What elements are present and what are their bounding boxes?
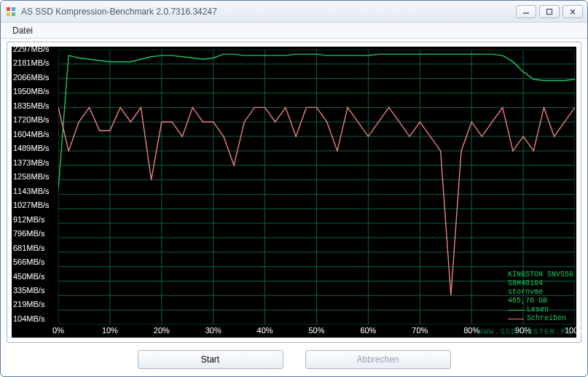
y-tick-label: 1373MB/s [13, 159, 50, 167]
chart-frame: 2297MB/s2181MB/s2066MB/s1950MB/s1835MB/s… [7, 42, 581, 343]
series-schreiben [58, 107, 575, 295]
x-tick-label: 0% [52, 326, 64, 335]
y-tick-label: 2297MB/s [13, 45, 50, 53]
x-tick-label: 20% [154, 326, 170, 335]
y-tick-label: 1143MB/s [13, 187, 50, 195]
x-tick-label: 10% [102, 326, 118, 335]
app-icon [5, 6, 17, 18]
menu-file[interactable]: Datei [7, 24, 39, 37]
legend-serial: S8H40104 [508, 279, 573, 288]
legend-read-label: Lesen [527, 306, 549, 314]
menubar: Datei [1, 23, 587, 39]
content-area: 2297MB/s2181MB/s2066MB/s1950MB/s1835MB/s… [1, 39, 587, 376]
titlebar: AS SSD Kompression-Benchmark 2.0.7316.34… [1, 1, 587, 23]
y-tick-label: 104MB/s [13, 315, 44, 323]
plot-area [58, 50, 575, 324]
x-tick-label: 30% [205, 326, 222, 335]
legend-read-swatch [508, 310, 524, 311]
y-tick-label: 1604MB/s [13, 131, 50, 139]
x-tick-label: 70% [412, 326, 428, 335]
app-window: AS SSD Kompression-Benchmark 2.0.7316.34… [0, 0, 588, 377]
y-tick-label: 450MB/s [13, 273, 44, 281]
y-tick-label: 796MB/s [13, 230, 44, 238]
y-tick-label: 2066MB/s [13, 74, 50, 82]
y-tick-label: 219MB/s [13, 300, 44, 308]
svg-rect-5 [547, 9, 552, 14]
y-tick-label: 681MB/s [13, 244, 44, 252]
x-tick-label: 40% [257, 326, 273, 335]
svg-rect-3 [12, 12, 15, 16]
svg-rect-0 [7, 7, 10, 11]
y-tick-label: 1489MB/s [13, 144, 50, 152]
y-tick-label: 1835MB/s [13, 102, 50, 110]
legend-read-row: Lesen [508, 306, 573, 314]
y-tick-label: 1950MB/s [13, 88, 50, 96]
legend-write-swatch [508, 319, 524, 319]
legend: KINGSTON SNVS50 S8H40104 stornvme 465,76… [508, 271, 573, 323]
legend-model: KINGSTON SNVS50 [508, 271, 573, 279]
y-tick-label: 335MB/s [13, 287, 44, 295]
legend-write-label: Schreiben [527, 314, 566, 323]
x-tick-label: 60% [360, 326, 376, 335]
y-tick-label: 2181MB/s [13, 59, 50, 67]
y-tick-label: 912MB/s [13, 216, 44, 224]
y-tick-label: 1720MB/s [13, 116, 50, 124]
legend-driver: stornvme [508, 288, 573, 297]
legend-capacity: 465,76 GB [508, 297, 573, 306]
x-tick-label: 50% [308, 326, 324, 335]
button-row: Start Abbrechen [7, 343, 581, 372]
window-title: AS SSD Kompression-Benchmark 2.0.7316.34… [21, 7, 516, 17]
y-tick-label: 1258MB/s [13, 173, 50, 181]
svg-rect-2 [7, 12, 10, 16]
y-tick-label: 1027MB/s [13, 201, 50, 209]
svg-rect-1 [12, 7, 15, 11]
minimize-button[interactable] [516, 5, 536, 18]
maximize-button[interactable] [539, 5, 560, 18]
chart: 2297MB/s2181MB/s2066MB/s1950MB/s1835MB/s… [12, 47, 576, 338]
legend-write-row: Schreiben [508, 314, 573, 323]
cancel-button[interactable]: Abbrechen [305, 350, 451, 369]
series-lesen [58, 54, 575, 190]
chart-lines [58, 50, 575, 324]
start-button[interactable]: Start [138, 350, 283, 369]
close-button[interactable] [562, 5, 583, 18]
watermark: WWW.SSD-TESTER.PL [478, 327, 572, 336]
y-tick-label: 566MB/s [13, 258, 44, 266]
window-controls [516, 5, 583, 18]
y-axis-labels: 2297MB/s2181MB/s2066MB/s1950MB/s1835MB/s… [13, 47, 58, 324]
